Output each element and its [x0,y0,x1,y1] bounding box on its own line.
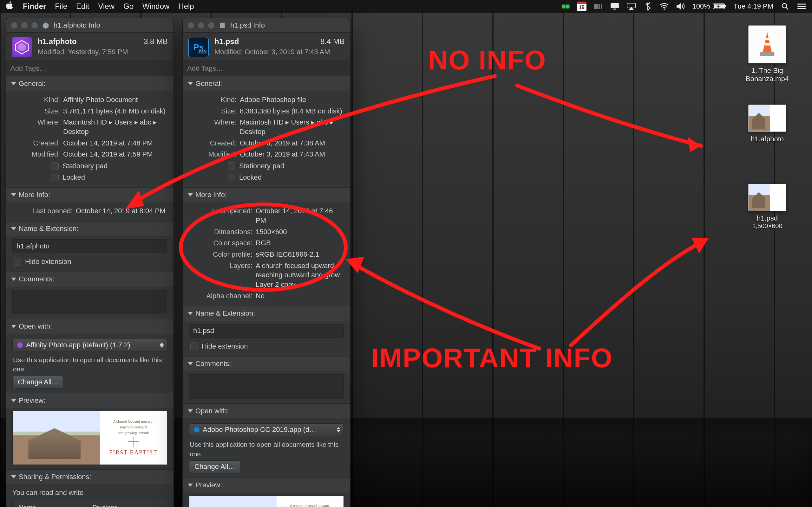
openwith-help: Use this application to open all documen… [189,438,344,460]
svg-marker-9 [676,3,681,9]
chevron-updown-icon [337,427,340,432]
openwith-value: Affinity Photo.app (default) (1.7.2) [26,341,131,349]
section-general-header[interactable]: General: [6,76,173,91]
zoom-icon[interactable] [32,22,38,29]
desktop-icon-video[interactable]: 1. The Big Bonanza.mp4 [734,25,801,83]
section-openwith-header[interactable]: Open with: [183,404,350,418]
alpha-value: No [256,291,344,301]
wifi-icon[interactable] [659,3,669,10]
section-nameext-header[interactable]: Name & Extension: [6,222,173,236]
disclosure-icon [188,484,193,487]
locked-checkbox[interactable] [228,174,235,181]
comments-textarea[interactable] [12,290,167,314]
section-general-label: General: [195,79,222,88]
colorspace-label: Color space: [189,238,252,248]
stationery-checkbox[interactable] [228,162,235,170]
spotlight-search-icon[interactable] [780,3,790,10]
created-label: Created: [189,138,237,148]
svg-rect-4 [611,3,619,8]
close-icon[interactable] [11,22,17,29]
section-moreinfo-header[interactable]: More Info: [6,187,173,202]
desktop-icon-afphoto[interactable]: h1.afphoto [734,105,801,143]
menu-go[interactable]: Go [123,2,134,11]
where-label: Where: [12,118,60,136]
menu-view[interactable]: View [98,2,114,11]
airplay-icon[interactable] [626,3,636,10]
section-preview-header[interactable]: Preview: [183,478,350,493]
section-preview-header[interactable]: Preview: [6,393,173,408]
menu-help[interactable]: Help [178,2,194,11]
section-sharing-header[interactable]: Sharing & Permissions: [6,469,173,484]
battery-bars-icon[interactable] [594,3,603,10]
comments-textarea[interactable] [189,374,344,399]
svg-point-13 [782,3,786,8]
kind-value: Affinity Photo Document [63,95,167,105]
section-comments-header[interactable]: Comments: [6,272,173,286]
name-extension-input[interactable]: h1.afphoto [12,239,167,253]
section-general-label: General: [19,79,45,88]
change-all-button[interactable]: Change All… [189,460,241,473]
hide-extension-checkbox[interactable] [14,258,21,266]
size-value: 3,781,171 bytes (4.8 MB on disk) [63,107,167,116]
stationery-label: Stationery pad [239,162,284,170]
preview-image: A church focused upward, reaching outwar… [12,411,167,465]
file-name: h1.psd [214,37,239,46]
titlebar[interactable]: h1.psd Info [183,18,350,33]
titlebar[interactable]: h1.afphoto Info [6,18,173,33]
notification-center-icon[interactable] [797,3,806,10]
menubar-app-name[interactable]: Finder [23,2,46,11]
section-comments-header[interactable]: Comments: [183,356,350,371]
tags-input[interactable]: Add Tags… [183,60,350,76]
section-openwith-header[interactable]: Open with: [6,319,173,334]
svg-rect-2 [599,4,600,9]
tags-input[interactable]: Add Tags… [6,60,173,76]
modified2-value: October 3, 2019 at 7:43 AM [240,150,344,159]
menu-window[interactable]: Window [142,2,169,11]
desktop-icon-label: h1.psd [734,214,801,222]
lastopened-value: October 14, 2019 at 8:04 PM [76,206,167,216]
minimize-icon[interactable] [21,22,28,29]
section-general-header[interactable]: General: [183,76,350,91]
name-extension-input[interactable]: h1.psd [189,324,344,338]
display-icon[interactable] [610,3,619,10]
section-nameext-header[interactable]: Name & Extension: [183,306,350,321]
svg-marker-25 [763,32,772,52]
change-all-button[interactable]: Change All… [12,376,64,389]
where-label: Where: [189,118,237,136]
volume-icon[interactable] [676,3,686,10]
calendar-menu-icon[interactable]: 15 [577,2,587,11]
hide-extension-checkbox[interactable] [190,343,198,350]
app-icon [194,427,200,433]
zoom-icon[interactable] [208,22,214,29]
traffic-lights[interactable] [11,22,38,29]
openwith-select[interactable]: Affinity Photo.app (default) (1.7.2) [12,339,167,351]
locked-checkbox[interactable] [51,174,59,181]
svg-point-20 [798,8,799,9]
lastopened-label: Last opened: [12,206,72,216]
disclosure-icon [188,82,193,85]
stationery-checkbox[interactable] [51,162,59,170]
openwith-select[interactable]: Adobe Photoshop CC 2019.app (d… [189,424,344,436]
change-all-label: Change All… [194,463,235,470]
created-value: October 3, 2019 at 7:38 AM [240,138,344,148]
hide-extension-label: Hide extension [25,258,71,266]
battery-status[interactable]: 100% [693,2,727,10]
menu-edit[interactable]: Edit [76,2,89,11]
svg-point-8 [664,9,665,10]
window-title: h1.psd Info [230,21,265,30]
dimensions-value: 1500×600 [256,227,344,237]
traffic-lights[interactable] [188,22,214,29]
info-window-psd: h1.psd Info PsPSD h1.psd 8.4 MB Modified… [183,18,351,507]
desktop-icon-psd[interactable]: h1.psd 1,500×600 [734,184,801,230]
dimensions-label: Dimensions: [189,227,252,237]
section-moreinfo-header[interactable]: More Info: [183,187,350,202]
desktop-icon-label-1: 1. The Big [734,66,801,75]
menubar-clock[interactable]: Tue 4:19 PM [734,2,773,10]
close-icon[interactable] [188,22,194,29]
sharing-text: You can read and write [12,487,167,500]
menu-file[interactable]: File [55,2,67,11]
minimize-icon[interactable] [198,22,204,29]
bluetooth-icon[interactable] [643,3,653,10]
apple-logo-icon[interactable] [6,1,14,11]
status-dots-icon[interactable] [562,4,570,9]
